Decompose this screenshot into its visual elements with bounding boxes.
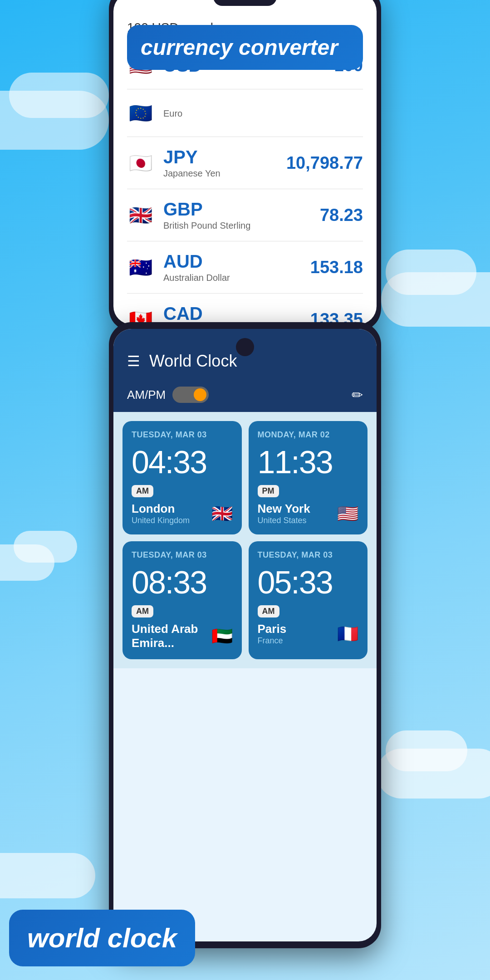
flag-uae: 🇦🇪 bbox=[211, 626, 233, 646]
country-paris: France bbox=[258, 636, 287, 646]
currency-row-gbp[interactable]: 🇬🇧 GBP British Pound Sterling 78.23 bbox=[127, 189, 363, 241]
currency-code-jpy: JPY bbox=[163, 147, 286, 167]
flag-cad: 🇨🇦 bbox=[127, 306, 154, 324]
currency-row-eur[interactable]: 🇪🇺 Euro bbox=[127, 89, 363, 137]
menu-icon[interactable]: ☰ bbox=[127, 353, 140, 370]
city-paris: Paris bbox=[258, 622, 287, 636]
currency-row-aud[interactable]: 🇦🇺 AUD Australian Dollar 153.18 bbox=[127, 241, 363, 294]
world-clock-subheader: AM/PM ✏ bbox=[113, 380, 377, 412]
city-row-uae: United Arab Emira... 🇦🇪 bbox=[132, 622, 233, 650]
amount-aud: 153.18 bbox=[310, 258, 363, 277]
flag-aud: 🇦🇺 bbox=[127, 254, 154, 281]
currency-name-gbp: British Pound Sterling bbox=[163, 220, 320, 231]
clock-date-paris: TUESDAY, MAR 03 bbox=[258, 550, 359, 560]
world-clock-phone: ☰ World Clock AM/PM ✏ TUESDAY, MAR 03 04… bbox=[109, 322, 381, 948]
currency-row-cad[interactable]: 🇨🇦 CAD Canadian Dollar 133.35 bbox=[127, 294, 363, 324]
country-london: United Kingdom bbox=[132, 516, 190, 525]
currency-code-gbp: GBP bbox=[163, 199, 320, 220]
amount-jpy: 10,798.77 bbox=[286, 153, 363, 173]
currency-name-eur: Euro bbox=[163, 108, 363, 119]
currency-screen: currency converter 100 USD equals: 🇺🇸 US… bbox=[113, 0, 377, 324]
ampm-toggle-knob bbox=[194, 388, 206, 401]
ampm-badge-newyork: PM bbox=[258, 485, 279, 497]
world-clock-label-banner: world clock bbox=[9, 910, 195, 966]
ampm-badge-paris: AM bbox=[258, 605, 279, 617]
currency-code-aud: AUD bbox=[163, 251, 310, 272]
clock-time-newyork: 11:33 bbox=[258, 446, 359, 478]
city-row-newyork: New York United States 🇺🇸 bbox=[258, 502, 359, 525]
currency-name-aud: Australian Dollar bbox=[163, 273, 310, 283]
flag-london: 🇬🇧 bbox=[211, 504, 233, 524]
world-clock-screen: ☰ World Clock AM/PM ✏ TUESDAY, MAR 03 04… bbox=[113, 329, 377, 941]
world-clock-title: World Clock bbox=[149, 352, 237, 371]
country-newyork: United States bbox=[258, 516, 310, 525]
phone2-notch bbox=[236, 338, 254, 356]
currency-banner: currency converter bbox=[127, 25, 363, 70]
amount-gbp: 78.23 bbox=[320, 206, 363, 225]
ampm-row: AM/PM bbox=[127, 387, 209, 403]
edit-icon[interactable]: ✏ bbox=[352, 387, 363, 403]
ampm-badge-london: AM bbox=[132, 485, 153, 497]
currency-converter-phone: currency converter 100 USD equals: 🇺🇸 US… bbox=[109, 0, 381, 331]
clock-date-newyork: MONDAY, MAR 02 bbox=[258, 430, 359, 440]
flag-newyork: 🇺🇸 bbox=[337, 504, 358, 524]
clock-card-newyork[interactable]: MONDAY, MAR 02 11:33 PM New York United … bbox=[249, 421, 368, 534]
city-row-london: London United Kingdom 🇬🇧 bbox=[132, 502, 233, 525]
city-london: London bbox=[132, 502, 190, 516]
clock-time-uae: 08:33 bbox=[132, 567, 233, 598]
flag-jpy: 🇯🇵 bbox=[127, 149, 154, 176]
world-clock-label-text: world clock bbox=[27, 922, 177, 954]
ampm-badge-uae: AM bbox=[132, 605, 153, 617]
clock-date-london: TUESDAY, MAR 03 bbox=[132, 430, 233, 440]
phone1-notch bbox=[213, 0, 277, 6]
clock-time-london: 04:33 bbox=[132, 446, 233, 478]
ampm-toggle[interactable] bbox=[172, 387, 209, 403]
flag-eur: 🇪🇺 bbox=[127, 99, 154, 127]
clock-time-paris: 05:33 bbox=[258, 567, 359, 598]
currency-row-jpy[interactable]: 🇯🇵 JPY Japanese Yen 10,798.77 bbox=[127, 137, 363, 189]
ampm-label: AM/PM bbox=[127, 388, 166, 402]
currency-name-jpy: Japanese Yen bbox=[163, 168, 286, 179]
currency-code-cad: CAD bbox=[163, 304, 310, 324]
city-newyork: New York bbox=[258, 502, 310, 516]
clock-card-london[interactable]: TUESDAY, MAR 03 04:33 AM London United K… bbox=[122, 421, 242, 534]
clock-grid: TUESDAY, MAR 03 04:33 AM London United K… bbox=[113, 412, 377, 668]
flag-gbp: 🇬🇧 bbox=[127, 201, 154, 229]
flag-paris: 🇫🇷 bbox=[337, 624, 358, 644]
clock-card-paris[interactable]: TUESDAY, MAR 03 05:33 AM Paris France 🇫🇷 bbox=[249, 541, 368, 659]
currency-banner-title: currency converter bbox=[141, 35, 349, 60]
clock-card-uae[interactable]: TUESDAY, MAR 03 08:33 AM United Arab Emi… bbox=[122, 541, 242, 659]
city-uae: United Arab Emira... bbox=[132, 622, 211, 650]
city-row-paris: Paris France 🇫🇷 bbox=[258, 622, 359, 646]
clock-date-uae: TUESDAY, MAR 03 bbox=[132, 550, 233, 560]
